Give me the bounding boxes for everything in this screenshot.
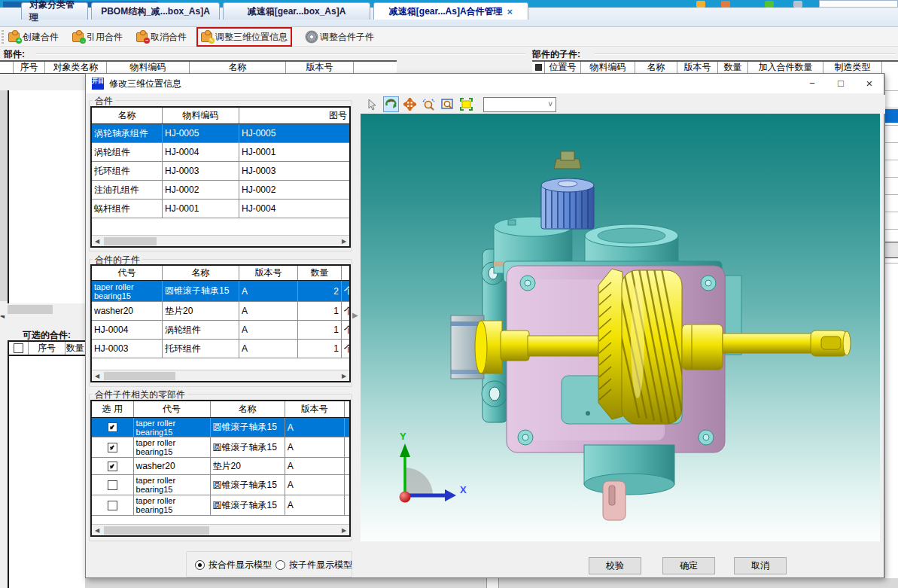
reference-assembly-button[interactable]: → 引用合件 (70, 29, 125, 44)
checkbox-checked-icon[interactable] (108, 422, 117, 432)
scrollbar-thumb[interactable] (8, 305, 53, 314)
cancel-assembly-button[interactable]: − 取消合件 (134, 29, 189, 44)
viewport-3d[interactable]: Y X (361, 114, 880, 541)
adjust-3d-position-button[interactable]: ✎ 调整三维位置信息 (199, 29, 290, 44)
col-code[interactable]: 代号 (92, 266, 163, 280)
radio-by-child[interactable]: 按子件显示模型 (275, 559, 352, 571)
maximize-button[interactable]: □ (828, 74, 854, 93)
col-code[interactable]: 代号 (134, 401, 211, 417)
col-material-code[interactable]: 物料编码 (107, 62, 190, 73)
col-name[interactable]: 名称 (163, 266, 239, 280)
titlebar-icon-4[interactable] (793, 1, 802, 8)
checkbox-checked-icon[interactable] (108, 462, 117, 471)
scroll-right-arrow[interactable]: ▶ (339, 373, 349, 379)
col-material-code[interactable]: 物料编码 (581, 62, 635, 73)
create-assembly-button[interactable]: + 创建合件 (6, 29, 61, 44)
scroll-right-arrow[interactable]: ▶ (339, 238, 349, 245)
col-version[interactable]: 版本号 (677, 62, 718, 73)
assembly-table-hscrollbar[interactable]: ◀ ▶ (92, 235, 349, 246)
col-version[interactable]: 版本号 (239, 266, 298, 280)
col-name[interactable]: 名称 (211, 401, 285, 417)
verify-button[interactable]: 校验 (589, 557, 641, 574)
pane-expand-arrow[interactable]: ▶ (352, 311, 358, 319)
table-row[interactable]: taper roller bearing15 圆锥滚子轴承15 A (92, 495, 349, 516)
scrollbar-thumb[interactable] (104, 526, 209, 535)
checkbox-unchecked-icon[interactable] (108, 480, 117, 490)
table-row[interactable]: washer20 垫片20 A (92, 458, 349, 475)
table-row[interactable]: HJ-0003 托环组件 A 1 个 (92, 340, 349, 358)
table-row[interactable]: taper roller bearing15 圆锥滚子轴承15 A (92, 418, 349, 437)
col-version[interactable]: 版本号 (286, 62, 354, 73)
col-class-name[interactable]: 对象类名称 (45, 62, 107, 73)
col-qty[interactable]: 数量 (65, 342, 85, 355)
col-position[interactable]: 位置号 (545, 62, 581, 73)
cancel-button[interactable]: 取消 (734, 557, 787, 574)
axis-x-label: X (460, 484, 467, 495)
table-row[interactable]: 蜗杆组件 HJ-0001 HJ-0004 (92, 200, 349, 218)
col-added-qty[interactable]: 加入合件数量 (748, 62, 823, 73)
col-version[interactable]: 版本号 (285, 401, 345, 417)
table-row[interactable]: 涡轮轴承组件 HJ-0005 HJ-0005 (92, 124, 349, 143)
col-mfg-type[interactable]: 制造类型 (823, 62, 882, 73)
checkbox-column[interactable] (9, 342, 29, 355)
optional-table-body[interactable] (8, 356, 85, 588)
scroll-left-arrow[interactable]: ◀ (92, 527, 102, 534)
pan-icon[interactable] (402, 96, 418, 112)
scrollbar-thumb[interactable] (104, 372, 175, 380)
col-use[interactable]: 选 用 (92, 401, 134, 417)
col-name[interactable]: 名称 (92, 108, 163, 123)
table-row[interactable]: 涡轮组件 HJ-0004 HJ-0001 (92, 143, 349, 162)
table-row[interactable]: HJ-0004 涡轮组件 A 1 个 (92, 321, 349, 340)
scrollbar-thumb[interactable] (104, 237, 157, 245)
titlebar-search-area[interactable] (819, 0, 898, 8)
col-drawing-no[interactable]: 图号 (239, 108, 349, 123)
table-row[interactable]: washer20 垫片20 A 1 个 (92, 302, 349, 321)
tab-gearbox[interactable]: 减速箱[gear...box_As]A (223, 2, 370, 20)
table-row[interactable]: taper roller bearing15 圆锥滚子轴承15 A (92, 475, 349, 495)
col-qty[interactable]: 数量 (718, 62, 748, 73)
scroll-right-arrow[interactable]: ▶ (339, 527, 349, 534)
col-seq[interactable]: 序号 (14, 62, 45, 73)
tab-gearbox-assembly-management[interactable]: 减速箱[gear...As]A合件管理 × (373, 2, 528, 20)
tab-close-icon[interactable]: × (507, 6, 513, 17)
zoom-window-icon[interactable] (440, 96, 455, 112)
titlebar-icon-2[interactable] (721, 1, 730, 8)
radio-by-assembly[interactable]: 按合件显示模型 (195, 559, 272, 571)
rotate-icon[interactable] (383, 96, 399, 112)
checkbox-checked-icon[interactable] (108, 443, 117, 452)
scroll-left-arrow[interactable]: ◀ (92, 373, 102, 379)
view-preset-dropdown[interactable]: ˅ (483, 97, 556, 112)
fit-icon[interactable] (458, 96, 474, 112)
table-row[interactable]: 注油孔组件 HJ-0002 HJ-0002 (92, 181, 349, 200)
col-seq[interactable]: 序号 (29, 342, 65, 355)
table-row[interactable]: taper roller bearing15 圆锥滚子轴承15 A (92, 437, 349, 458)
scroll-left-arrow[interactable]: ◀ (92, 238, 102, 245)
left-vertical-scrollbar[interactable] (0, 90, 8, 301)
checkbox-unchecked-icon[interactable] (108, 501, 117, 510)
tab-pbom-structure[interactable]: PBOM结构_减...box_As]A (91, 2, 220, 20)
titlebar-icon-1[interactable] (696, 1, 705, 8)
col-qty[interactable]: 数量 (298, 266, 342, 280)
select-all-checkbox[interactable] (532, 62, 545, 73)
splitter-handle[interactable] (486, 578, 499, 588)
table-row[interactable]: 托环组件 HJ-0003 HJ-0003 (92, 162, 349, 181)
cursor-icon[interactable] (364, 96, 380, 112)
col-material-code[interactable]: 物料编码 (163, 108, 239, 123)
adjust-assembly-children-button[interactable]: 调整合件子件 (304, 29, 376, 44)
col-name[interactable]: 名称 (190, 62, 286, 73)
zoom-icon[interactable] (421, 96, 437, 112)
parts-table-body[interactable] (8, 90, 85, 303)
col-name[interactable]: 名称 (635, 62, 677, 73)
titlebar-icon-3[interactable] (765, 1, 774, 8)
related-table-hscrollbar[interactable]: ◀ ▶ (92, 524, 349, 535)
ok-button[interactable]: 确定 (662, 557, 715, 574)
tab-object-classification[interactable]: 对象分类管理 (21, 2, 88, 20)
toolbar-grip[interactable] (2, 30, 4, 44)
dialog-titlebar[interactable]: 开目 修改三维位置信息 (86, 74, 884, 93)
close-button[interactable]: × (857, 74, 882, 93)
parts-table-hscrollbar[interactable] (0, 303, 85, 315)
parts-table-header: 序号 对象类名称 物料编码 名称 版本号 (0, 60, 397, 74)
children-table-hscrollbar[interactable]: ◀ ▶ (92, 370, 349, 381)
minimize-button[interactable]: − (799, 74, 825, 93)
table-row[interactable]: taper roller bearing15 圆锥滚子轴承15 A 2 个 (92, 281, 349, 302)
